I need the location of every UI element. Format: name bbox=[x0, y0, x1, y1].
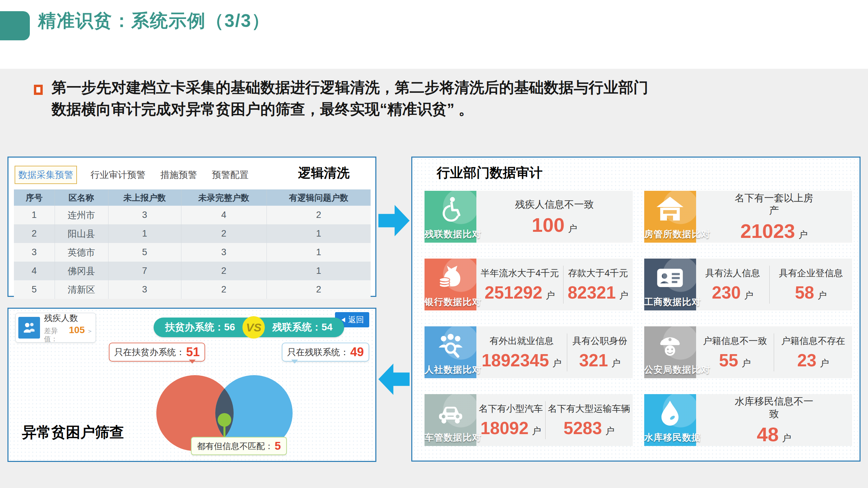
bullet-line-2: 数据横向审计完成对异常贫困户的筛查，最终实现“精准识贫” 。 bbox=[52, 98, 648, 120]
vs-badge: VS bbox=[242, 316, 265, 339]
right-only-value: 49 bbox=[350, 345, 364, 359]
alert-table: 序号 区名称 未上报户数 未录完整户数 有逻辑问题户数 1连州市342 2阳山县… bbox=[14, 189, 371, 299]
page-title: 精准识贫：系统示例（3/3） bbox=[38, 9, 270, 33]
car-icon bbox=[435, 398, 466, 429]
tab-industry-audit-alert[interactable]: 行业审计预警 bbox=[91, 169, 145, 181]
audit-card-gonganju: 公安局数据比对 户籍信息不一致 55户 户籍信息不存在 23户 bbox=[644, 326, 852, 378]
stat-unit: 户 bbox=[611, 358, 620, 368]
abnormal-household-screening-panel: 残疾人数 差异值： 105 ＞ 返回 扶贫办系统：56 VS 残联系统：54 只… bbox=[7, 308, 376, 462]
cell: 5 bbox=[108, 243, 181, 262]
card-tile: 公安局数据比对 bbox=[644, 326, 696, 378]
tile-label: 公安局数据比对 bbox=[644, 364, 696, 376]
bullet-line-1: 第一步先对建档立卡采集的基础数据进行逻辑清洗，第二步将清洗后的基础数据与行业部门 bbox=[52, 77, 648, 98]
alert-tabs: 数据采集预警 行业审计预警 措施预警 预警配置 bbox=[15, 166, 263, 184]
tile-label: 水库移民数据 bbox=[644, 431, 696, 444]
stat-unit: 户 bbox=[817, 290, 827, 301]
stat-value: 21023 bbox=[741, 220, 795, 242]
cell: 阳山县 bbox=[55, 224, 108, 243]
cell: 佛冈县 bbox=[55, 262, 108, 280]
tab-measure-alert[interactable]: 措施预警 bbox=[160, 169, 197, 181]
cell: 2 bbox=[267, 206, 371, 224]
tile-label: 房管所数据比对 bbox=[644, 228, 696, 240]
stat-unit: 户 bbox=[568, 224, 577, 234]
audit-card-canlian: 残联数据比对 残疾人信息不一致 100户 bbox=[425, 191, 633, 243]
cell: 连州市 bbox=[55, 206, 108, 224]
bullet-marker-icon bbox=[34, 85, 43, 95]
col-header-unreported: 未上报户数 bbox=[108, 189, 181, 206]
stat-label: 名下有一套以上房产 bbox=[731, 192, 817, 217]
overlap-label-text: 都有但信息不匹配： bbox=[197, 441, 273, 452]
screening-caption: 异常贫困户筛查 bbox=[22, 423, 124, 442]
stat-unit: 户 bbox=[532, 426, 541, 436]
cell: 2 bbox=[14, 224, 55, 243]
stat-unit: 户 bbox=[546, 290, 555, 301]
right-only-label: 只在残联系统： bbox=[287, 346, 349, 358]
stat-unit: 户 bbox=[820, 358, 829, 368]
chevron-right-icon[interactable]: ＞ bbox=[87, 328, 93, 335]
stat-value: 100 bbox=[532, 214, 565, 236]
right-system-count: 残联系统：54 bbox=[272, 321, 332, 334]
cell: 2 bbox=[181, 262, 267, 280]
tile-label: 银行数据比对 bbox=[425, 296, 476, 308]
tab-alert-config[interactable]: 预警配置 bbox=[212, 169, 249, 181]
people-icon bbox=[18, 317, 40, 339]
stat-label: 水库移民信息不一致 bbox=[731, 395, 817, 420]
cell: 5 bbox=[14, 280, 55, 299]
police-icon bbox=[655, 330, 685, 361]
stat-label: 户籍信息不存在 bbox=[781, 335, 845, 347]
left-only-bubble: 只在扶贫办系统： 51 bbox=[109, 343, 205, 362]
stat-label: 存款大于4千元 bbox=[568, 267, 628, 280]
slide: 精准识贫：系统示例（3/3） 第一步先对建档立卡采集的基础数据进行逻辑清洗，第二… bbox=[0, 0, 868, 488]
people-search-icon bbox=[435, 330, 466, 361]
tile-label: 人社数据比对 bbox=[425, 364, 476, 376]
bullet-paragraph: 第一步先对建档立卡采集的基础数据进行逻辑清洗，第二步将清洗后的基础数据与行业部门… bbox=[52, 77, 648, 120]
cell: 清新区 bbox=[55, 280, 108, 299]
back-button-label: 返回 bbox=[348, 314, 364, 325]
stat-value: 58 bbox=[795, 283, 814, 302]
logic-cleaning-label: 逻辑清洗 bbox=[294, 163, 354, 183]
tab-data-collection-alert[interactable]: 数据采集预警 bbox=[15, 166, 77, 184]
left-system-count: 扶贫办系统：56 bbox=[165, 321, 235, 334]
tile-label: 车管数据比对 bbox=[425, 431, 476, 444]
left-only-label: 只在扶贫办系统： bbox=[114, 346, 185, 358]
tile-label: 工商数据比对 bbox=[644, 296, 696, 308]
cell: 3 bbox=[181, 243, 267, 262]
cell: 4 bbox=[181, 206, 267, 224]
title-accent-bar bbox=[0, 11, 30, 40]
stat-value: 18092 bbox=[480, 419, 529, 438]
cell: 1 bbox=[267, 243, 371, 262]
cell: 1 bbox=[14, 206, 55, 224]
cell: 2 bbox=[267, 280, 371, 299]
stat-value: 230 bbox=[712, 283, 741, 302]
moneybag-icon bbox=[435, 263, 466, 293]
tile-label: 残联数据比对 bbox=[425, 228, 476, 240]
col-header-incomplete: 未录完整户数 bbox=[181, 189, 267, 206]
stat-label: 具有企业登信息 bbox=[779, 267, 843, 280]
card-tile: 车管数据比对 bbox=[425, 394, 476, 446]
industry-audit-panel: 行业部门数据审计 残联数据比对 残疾人信息不一致 100户 bbox=[411, 157, 861, 462]
stat-value: 1892345 bbox=[481, 351, 549, 370]
table-header-row: 序号 区名称 未上报户数 未录完整户数 有逻辑问题户数 bbox=[14, 189, 371, 206]
stat-unit: 户 bbox=[605, 426, 614, 436]
stat-value: 82321 bbox=[568, 283, 616, 302]
stat-value: 55 bbox=[719, 351, 738, 370]
cell: 英德市 bbox=[55, 243, 108, 262]
logic-cleaning-panel: 数据采集预警 行业审计预警 措施预警 预警配置 逻辑清洗 序号 区名称 未上报户… bbox=[7, 157, 376, 297]
audit-card-shuiku: 水库移民数据 水库移民信息不一致 48户 bbox=[644, 394, 852, 446]
stat-unit: 户 bbox=[782, 433, 791, 443]
table-row: 2阳山县121 bbox=[14, 224, 371, 243]
cell: 3 bbox=[108, 280, 181, 299]
stat-label: 名下有小型汽车 bbox=[479, 403, 543, 415]
disabled-count-card: 残疾人数 差异值： 105 ＞ bbox=[15, 313, 96, 343]
audit-panel-title: 行业部门数据审计 bbox=[437, 164, 542, 182]
stat-unit: 户 bbox=[619, 290, 628, 301]
cell: 3 bbox=[108, 206, 181, 224]
table-row: 5清新区322 bbox=[14, 280, 371, 299]
cell: 1 bbox=[267, 262, 371, 280]
card-tile: 人社数据比对 bbox=[425, 326, 476, 378]
stat-value: 23 bbox=[797, 351, 816, 370]
audit-cards-grid: 残联数据比对 残疾人信息不一致 100户 房管所数据比对 bbox=[425, 191, 852, 462]
diff-card-title: 残疾人数 bbox=[44, 313, 93, 323]
stat-label: 半年流水大于4千元 bbox=[480, 267, 559, 280]
audit-card-renshe: 人社数据比对 有外出就业信息 1892345户 具有公职身份 321户 bbox=[425, 326, 633, 378]
